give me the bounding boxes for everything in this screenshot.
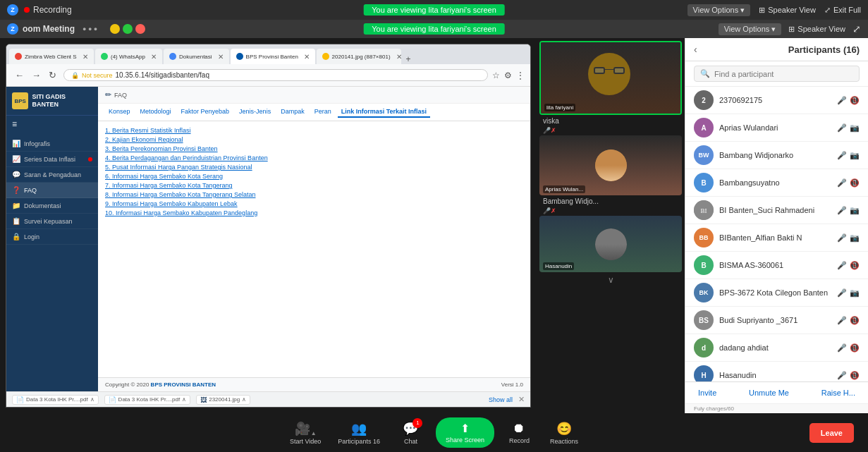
link-2[interactable]: 2. Kajian Ekonomi Regional (105, 136, 523, 143)
participant-item-dadang[interactable]: d dadang ahdiat 🎤 📵 (685, 334, 868, 362)
record-button[interactable]: ⏺ Record (500, 418, 539, 447)
link-10[interactable]: 10. Informasi Harga Sembako Kabupaten Pa… (105, 209, 523, 216)
participant-name-bambang: Bambang Widjonarko (719, 151, 831, 159)
tab-whatsapp[interactable]: (4) WhatsApp ✕ (95, 49, 162, 64)
link-1[interactable]: 1. Berita Resmi Statistik Inflasi (105, 127, 523, 134)
tab-dampak[interactable]: Dampak (277, 106, 308, 118)
participant-icons-hasanudin: 🎤 📵 (837, 371, 860, 380)
close-download-bar[interactable]: ✕ (518, 395, 525, 404)
tab-close-whatsapp[interactable]: ✕ (151, 53, 157, 61)
link-5[interactable]: 5. Pusat Informasi Harga Pangan Strategi… (105, 164, 523, 171)
speaker-view-button[interactable]: ⊞ Speaker View (759, 6, 816, 15)
video-lita[interactable]: lita fariyani (539, 41, 682, 115)
participant-name-aprias: Aprias Wulandari (719, 123, 831, 132)
new-tab-button[interactable]: + (403, 54, 415, 64)
close-button[interactable] (135, 24, 145, 34)
tab-close-zimbra[interactable]: ✕ (82, 53, 88, 61)
nav-saran[interactable]: 💬 Saran & Pengaduan (6, 167, 98, 183)
leave-button[interactable]: Leave (809, 423, 854, 443)
link-9[interactable]: 9. Informasi Harga Sembako Kabupaten Leb… (105, 200, 523, 207)
nav-series-data[interactable]: 📈 Series Data Inflasi (6, 152, 98, 167)
tab-close-img[interactable]: ✕ (396, 53, 401, 61)
back-button[interactable]: ← (12, 68, 27, 82)
fullscreen-button[interactable]: ⤢ (852, 23, 861, 35)
show-all-downloads[interactable]: Show all (489, 396, 513, 403)
participant-item-budi[interactable]: BS Budi Supriyanto _3671 🎤 📵 (685, 307, 868, 334)
invite-button[interactable]: Invite (694, 386, 721, 399)
participants-button[interactable]: 👥 Participants 16 (332, 418, 386, 448)
participant-item-aprias[interactable]: A Aprias Wulandari 🎤 📷 (685, 114, 868, 142)
pdf-icon: 📄 (16, 396, 24, 403)
link-7[interactable]: 7. Informasi Harga Sembako Kota Tangeran… (105, 182, 523, 189)
address-bar[interactable]: 🔒 Not secure 10.35.6.14/sitigadisbanten/… (63, 69, 488, 81)
participant-item-hasanudin[interactable]: H Hasanudin 🎤 📵 (685, 362, 868, 381)
participant-item-bisma[interactable]: B BISMA AS-360061 🎤 📵 (685, 252, 868, 279)
link-6[interactable]: 6. Informasi Harga Sembako Kota Serang (105, 173, 523, 180)
participant-name-bisma: BISMA AS-360061 (719, 261, 831, 269)
hamburger-menu[interactable]: ≡ (6, 116, 98, 133)
link-8[interactable]: 8. Informasi Harga Sembako Kota Tangeran… (105, 191, 523, 198)
footer-org-link[interactable]: BPS PROVINSI BANTEN (151, 381, 216, 388)
participant-item-bambang[interactable]: BW Bambang Widjonarko 🎤 📷 (685, 142, 868, 169)
tab-zimbra[interactable]: Zimbra Web Client Sign In... ✕ (9, 49, 94, 64)
main-area: Zimbra Web Client Sign In... ✕ (4) Whats… (0, 38, 868, 413)
participant-item-bi-suci[interactable]: BI Banten_Suci Rahmadeni 🎤 📷 (685, 197, 868, 224)
tab-dokumentasi[interactable]: Dokumentasi ✕ (164, 49, 229, 64)
nav-infografis[interactable]: 📊 Infografis (6, 136, 98, 152)
tab-jenis[interactable]: Jenis-Jenis (236, 106, 274, 118)
tab-close-doc[interactable]: ✕ (218, 53, 224, 61)
link-3[interactable]: 3. Berita Perekonomian Provinsi Banten (105, 145, 523, 152)
collapse-participants[interactable]: ‹ (694, 44, 697, 55)
avatar-bi-suci (694, 200, 714, 220)
site-title: SITI GADIS BANTEN (32, 93, 92, 109)
chat-button[interactable]: 💬 1 Chat (391, 418, 430, 448)
forward-button[interactable]: → (29, 68, 44, 82)
exit-fullscreen-button[interactable]: ⤢ Exit Full (824, 6, 861, 15)
download-chevron-1[interactable]: ∧ (90, 396, 94, 403)
search-participant-input[interactable] (714, 70, 853, 78)
view-options-button-secondary[interactable]: View Options ▾ (719, 23, 782, 35)
bookmark-icon[interactable]: ☆ (492, 71, 500, 80)
download-chevron-2[interactable]: ∧ (182, 396, 186, 403)
tab-konsep[interactable]: Konsep (105, 106, 134, 118)
view-options-button[interactable]: View Options ▾ (687, 4, 751, 16)
menu-icon[interactable]: ⋮ (516, 71, 525, 80)
extensions-icon[interactable]: ⚙ (504, 71, 512, 80)
link-4[interactable]: 4. Berita Perdagangan dan Perinduistrian… (105, 154, 523, 161)
nav-login[interactable]: 🔒 Login (6, 229, 98, 245)
cam-off-icon-budi: 📵 (850, 316, 860, 325)
download-item-1[interactable]: 📄 Data 3 Kota IHK Pr....pdf ∧ (12, 395, 99, 405)
download-chevron-3[interactable]: ∧ (242, 396, 246, 403)
start-video-button[interactable]: 🎥 ▲ Start Video (284, 418, 326, 448)
maximize-button[interactable] (123, 24, 133, 34)
raise-hand-button[interactable]: Raise H... (817, 386, 860, 399)
scroll-down-videos[interactable]: ∨ (539, 274, 682, 286)
reactions-inner: 😊 (556, 421, 572, 436)
tab-close-bps[interactable]: ✕ (304, 53, 310, 61)
minimize-button[interactable] (110, 24, 120, 34)
video-caret[interactable]: ▲ (311, 430, 317, 436)
nav-faq[interactable]: ❓ FAQ (6, 183, 98, 198)
nav-survei[interactable]: 📋 Survei Kepuasan (6, 214, 98, 229)
download-item-3[interactable]: 🖼 2320041.jpg ∧ (196, 395, 250, 405)
reactions-button[interactable]: 😊 Reactions (544, 418, 584, 448)
tab-bps[interactable]: BPS Provinsi Banten ✕ (231, 49, 315, 64)
tab-faktor[interactable]: Faktor Penyebab (178, 106, 233, 118)
video-aprias[interactable]: Aprias Wulan... (539, 135, 682, 195)
unmute-me-button[interactable]: Unmute Me (745, 386, 793, 399)
nav-dokumentasi[interactable]: 📁 Dokumentasi (6, 198, 98, 214)
tab-image[interactable]: 2020141.jpg (887×801) ✕ (317, 49, 401, 64)
tab-link-informasi[interactable]: Link Informasi Terkait Inflasi (338, 106, 430, 118)
speaker-view-button-secondary[interactable]: ⊞ Speaker View (788, 25, 845, 34)
mic-muted-icon-bi: 🎤 (837, 206, 847, 215)
video-hasanudin[interactable]: Hasanudin (539, 216, 682, 272)
download-item-2[interactable]: 📄 Data 3 Kota IHK Pr....pdf ∧ (104, 395, 191, 405)
reload-button[interactable]: ↻ (46, 68, 59, 82)
participant-item-bb[interactable]: BB BIBanten_Alfian Bakti N 🎤 📷 (685, 224, 868, 252)
participant-item-bsuyatno[interactable]: B Bambangsuyatno 🎤 📵 (685, 169, 868, 197)
tab-peran[interactable]: Peran (311, 106, 335, 118)
tab-metodologi[interactable]: Metodologi (137, 106, 175, 118)
participant-item-2370[interactable]: 2 2370692175 🎤 📵 (685, 87, 868, 114)
share-screen-button[interactable]: ⬆ Share Screen (436, 417, 494, 448)
participant-item-bps3672[interactable]: BK BPS-3672 Kota Cilegon Banten 🎤 📷 (685, 279, 868, 307)
